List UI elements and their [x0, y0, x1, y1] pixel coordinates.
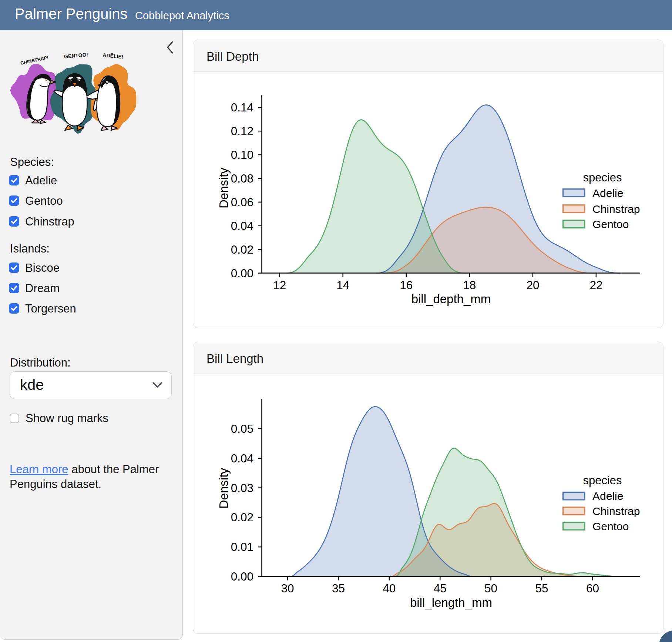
svg-text:species: species	[583, 474, 622, 487]
svg-text:ADĒLIE!: ADĒLIE!	[103, 52, 124, 60]
svg-text:Chinstrap: Chinstrap	[592, 505, 640, 517]
svg-text:55: 55	[535, 582, 548, 595]
svg-text:0.14: 0.14	[231, 101, 253, 114]
svg-text:0.01: 0.01	[231, 540, 253, 554]
svg-text:0.12: 0.12	[231, 124, 253, 138]
svg-text:50: 50	[484, 582, 497, 595]
svg-text:0.04: 0.04	[231, 452, 253, 465]
svg-text:60: 60	[586, 582, 599, 595]
svg-text:0.00: 0.00	[231, 267, 253, 280]
svg-text:species: species	[583, 171, 622, 184]
svg-text:0.00: 0.00	[231, 570, 253, 583]
svg-text:22: 22	[589, 278, 602, 292]
svg-text:0.05: 0.05	[231, 422, 253, 435]
svg-text:40: 40	[383, 582, 396, 595]
svg-text:14: 14	[336, 278, 349, 292]
svg-text:Density: Density	[217, 167, 231, 208]
svg-text:bill_depth_mm: bill_depth_mm	[411, 292, 491, 306]
svg-text:0.02: 0.02	[231, 243, 253, 256]
svg-text:Adelie: Adelie	[592, 490, 623, 502]
svg-text:bill_length_mm: bill_length_mm	[410, 596, 492, 609]
svg-text:30: 30	[281, 582, 294, 595]
svg-text:12: 12	[273, 278, 286, 292]
svg-text:Density: Density	[217, 468, 231, 509]
svg-text:0.04: 0.04	[231, 219, 253, 233]
svg-text:Gentoo: Gentoo	[592, 520, 629, 532]
svg-text:18: 18	[463, 278, 476, 292]
svg-text:35: 35	[332, 582, 345, 595]
svg-text:0.10: 0.10	[231, 148, 253, 161]
svg-text:20: 20	[526, 278, 539, 292]
svg-text:16: 16	[400, 278, 413, 292]
svg-text:Adelie: Adelie	[592, 187, 623, 199]
svg-text:Gentoo: Gentoo	[592, 218, 629, 230]
svg-text:0.08: 0.08	[231, 172, 253, 185]
svg-text:0.06: 0.06	[231, 195, 253, 209]
svg-text:0.02: 0.02	[231, 511, 253, 524]
svg-text:Chinstrap: Chinstrap	[592, 203, 640, 215]
svg-text:45: 45	[434, 582, 447, 595]
svg-text:GENTOO!: GENTOO!	[64, 51, 88, 60]
svg-text:0.03: 0.03	[231, 481, 253, 495]
